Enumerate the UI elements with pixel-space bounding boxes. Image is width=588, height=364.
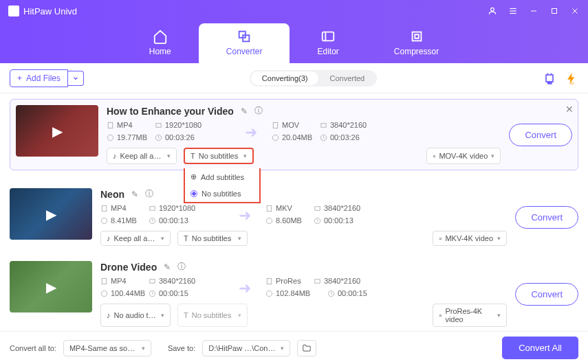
option-label: Add subtitles bbox=[201, 173, 244, 181]
subtitle-icon: T bbox=[184, 311, 188, 319]
lightning-icon[interactable]: on bbox=[565, 71, 578, 85]
audio-icon: ♪ bbox=[113, 152, 117, 160]
subtitle-value: No subtitles bbox=[192, 311, 231, 319]
item-title: How to Enhance your Video bbox=[107, 106, 234, 117]
audio-select[interactable]: ♪Keep all audio tr…▾ bbox=[107, 148, 177, 164]
chevron-down-icon: ▾ bbox=[142, 345, 145, 352]
output-value: MOV-4K video bbox=[439, 152, 488, 160]
user-icon[interactable] bbox=[488, 6, 497, 16]
dst-format: MKV bbox=[276, 204, 292, 212]
convert-button[interactable]: Convert bbox=[509, 124, 572, 146]
subtitle-dropdown: ⊕Add subtitles No subtitles bbox=[184, 168, 261, 203]
clock-icon bbox=[327, 290, 335, 297]
output-format-select[interactable]: ▫MOV-4K video▾ bbox=[426, 148, 501, 164]
convert-button[interactable]: Convert bbox=[515, 206, 578, 229]
add-files-label: Add Files bbox=[26, 73, 61, 83]
subtitle-select[interactable]: TNo subtitles▾ ⊕Add subtitles No subtitl… bbox=[184, 148, 254, 164]
svg-rect-29 bbox=[150, 206, 155, 210]
home-icon bbox=[153, 29, 168, 44]
gpu-accel-icon[interactable]: on bbox=[543, 71, 556, 85]
maximize-icon[interactable] bbox=[549, 6, 559, 16]
add-files-button[interactable]: + Add Files bbox=[10, 69, 68, 87]
output-format-select[interactable]: ▫ProRes-4K video▾ bbox=[433, 304, 507, 327]
thumbnail[interactable]: ▶ bbox=[16, 105, 98, 157]
add-subtitles-option[interactable]: ⊕Add subtitles bbox=[185, 168, 259, 185]
file-icon bbox=[265, 277, 273, 285]
clock-icon bbox=[320, 134, 327, 141]
src-duration: 00:00:15 bbox=[159, 289, 188, 297]
add-files-dropdown[interactable] bbox=[68, 71, 84, 86]
tab-label: Converter bbox=[226, 47, 263, 56]
info-icon[interactable]: ⓘ bbox=[145, 188, 153, 200]
app-logo: HitPaw Univd bbox=[8, 5, 77, 16]
info-icon[interactable]: ⓘ bbox=[254, 105, 263, 117]
edit-icon[interactable]: ✎ bbox=[241, 106, 248, 116]
dst-format: ProRes bbox=[276, 277, 301, 285]
edit-icon[interactable]: ✎ bbox=[131, 190, 138, 199]
tab-compressor[interactable]: Compressor bbox=[367, 23, 466, 63]
no-subtitles-option[interactable]: No subtitles bbox=[185, 185, 259, 202]
svg-rect-20 bbox=[108, 122, 112, 128]
src-size: 19.77MB bbox=[117, 133, 147, 141]
file-icon bbox=[272, 122, 279, 129]
close-window-icon[interactable] bbox=[570, 6, 580, 16]
convert-all-to-value: MP4-Same as source bbox=[69, 344, 138, 352]
svg-rect-37 bbox=[150, 279, 155, 283]
convert-all-button[interactable]: Convert All bbox=[502, 337, 578, 359]
src-duration: 00:03:26 bbox=[165, 133, 195, 141]
convert-button[interactable]: Convert bbox=[515, 283, 578, 306]
file-icon: ▫ bbox=[439, 311, 442, 319]
play-icon: ▶ bbox=[46, 206, 56, 223]
size-icon bbox=[107, 134, 114, 141]
tab-editor[interactable]: Editor bbox=[290, 23, 366, 63]
dst-size: 20.04MB bbox=[282, 133, 312, 141]
dst-size: 102.84MB bbox=[276, 289, 310, 297]
tab-converting[interactable]: Converting(3) bbox=[251, 71, 319, 85]
src-resolution: 3840*2160 bbox=[159, 277, 195, 285]
svg-rect-40 bbox=[267, 278, 271, 284]
info-icon[interactable]: ⓘ bbox=[177, 261, 186, 273]
folder-icon bbox=[302, 343, 312, 353]
remove-item-icon[interactable]: ✕ bbox=[565, 104, 574, 115]
svg-rect-28 bbox=[102, 205, 106, 211]
minimize-icon[interactable] bbox=[529, 6, 538, 16]
resolution-icon bbox=[314, 205, 321, 212]
src-format: MP4 bbox=[111, 204, 127, 212]
audio-select[interactable]: ♪Keep all audio tr…▾ bbox=[100, 231, 171, 246]
chevron-down-icon: ▾ bbox=[497, 235, 501, 242]
subtitle-select[interactable]: TNo subtitles▾ bbox=[177, 231, 248, 246]
thumbnail[interactable]: ▶ bbox=[10, 188, 92, 240]
svg-rect-36 bbox=[102, 278, 106, 284]
save-to-select[interactable]: D:\HitPaw …\Converted▾ bbox=[202, 340, 290, 356]
audio-icon: ♪ bbox=[107, 311, 111, 319]
edit-icon[interactable]: ✎ bbox=[164, 262, 171, 272]
audio-select[interactable]: ♪No audio track▾ bbox=[100, 304, 171, 327]
chevron-down-icon: ▾ bbox=[243, 152, 247, 159]
arrow-right-icon: ➜ bbox=[239, 207, 251, 225]
output-format-select[interactable]: ▫MKV-4K video▾ bbox=[433, 231, 507, 246]
list-item: ▶ Drone Video ✎ ⓘ MP4 3840*2160 100.44MB… bbox=[10, 255, 578, 331]
tab-converted[interactable]: Converted bbox=[318, 71, 375, 85]
svg-rect-21 bbox=[156, 123, 161, 127]
item-title: Neon bbox=[100, 189, 124, 200]
size-icon bbox=[100, 217, 108, 225]
menu-icon[interactable] bbox=[508, 6, 518, 16]
svg-point-26 bbox=[272, 135, 278, 140]
footer: Convert all to: MP4-Same as source▾ Save… bbox=[0, 331, 588, 364]
subtitle-select[interactable]: TNo subtitles▾ bbox=[177, 304, 248, 327]
audio-value: No audio track bbox=[114, 311, 158, 319]
dst-resolution: 3840*2160 bbox=[324, 204, 360, 212]
resolution-icon bbox=[314, 277, 321, 285]
tab-label: Editor bbox=[317, 47, 338, 56]
file-icon bbox=[107, 122, 114, 129]
tab-home[interactable]: Home bbox=[122, 23, 199, 63]
open-folder-button[interactable] bbox=[297, 340, 316, 356]
file-icon bbox=[100, 205, 108, 212]
svg-point-0 bbox=[491, 8, 494, 11]
conversion-tabs: Converting(3) Converted bbox=[250, 70, 377, 87]
output-value: MKV-4K video bbox=[445, 234, 493, 242]
convert-all-to-select[interactable]: MP4-Same as source▾ bbox=[63, 340, 151, 356]
save-to-value: D:\HitPaw …\Converted bbox=[208, 344, 276, 352]
thumbnail[interactable]: ▶ bbox=[10, 261, 92, 312]
tab-converter[interactable]: Converter bbox=[199, 23, 290, 63]
